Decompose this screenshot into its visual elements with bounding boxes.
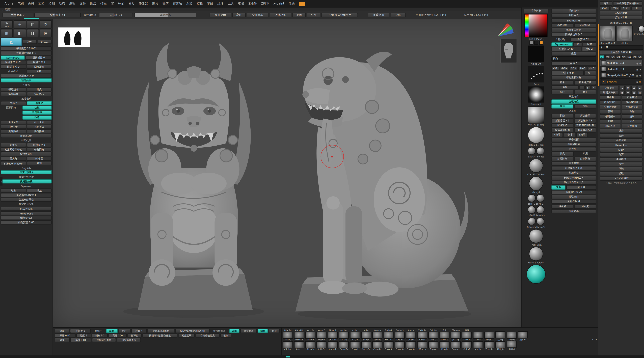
button[interactable]: ▥ [637,90,642,95]
slider[interactable]: 多边形绘制模式 1 [1,193,52,197]
redshift-attributes-button[interactable]: Redshift属性 [600,176,642,180]
slider[interactable]: 模糊 2 [582,47,596,51]
alpha-icon[interactable] [528,46,544,62]
button[interactable]: 自动分组 [1,124,26,129]
button[interactable]: ▣ [620,90,625,95]
button[interactable]: 删除更低 [552,14,596,18]
subtool-item[interactable]: shidiao01_011◉✱ [600,60,642,66]
store-camera-button[interactable]: 存储相机 [270,12,291,17]
matcap-icon[interactable] [528,106,544,123]
subtool-gear-icon[interactable]: ✱ [639,62,641,64]
button[interactable]: 按多边形组折边 [574,123,596,128]
material-sphere-icon[interactable] [536,194,544,202]
dots-icon[interactable] [528,66,544,82]
subtool-tab-v1[interactable]: V1 [600,55,605,59]
brush-item[interactable]: IMM Pri [282,329,293,331]
button[interactable]: y [585,85,590,90]
brush-item[interactable]: b_pincl [350,329,360,331]
subtool-tab-v5[interactable]: V5 [621,55,626,59]
button[interactable]: ▶ [637,86,642,90]
menu-item[interactable]: Alpha [2,1,16,6]
button[interactable]: 重置基准 [552,161,596,166]
subtool-tab-v7[interactable]: V7 [632,55,637,59]
slider[interactable]: 折边级别 15 [574,118,596,123]
brush-item[interactable]: IMM_Ra [495,341,506,350]
button[interactable]: 开 [631,6,642,10]
sphere-icon[interactable] [529,247,543,261]
material-sphere-icon[interactable] [536,206,544,214]
draw-size-slider[interactable]: 绘制大小 64 [34,12,81,17]
brush-item[interactable]: Dam_S [439,332,450,341]
button[interactable]: 取消全部折边 [552,128,574,132]
brush-item[interactable]: 交叉 [439,329,450,331]
menu-item[interactable]: 材质 [126,1,137,6]
button[interactable]: 大小 [574,90,596,94]
button[interactable]: 显示点 [574,204,596,208]
primitive-tool[interactable]: Cylinde Simple [634,26,644,35]
brush-item[interactable]: CurveBr [372,341,383,350]
menu-item[interactable]: 文件 [78,1,88,6]
button[interactable]: 删除其他 [600,124,621,128]
subtool-tab-v3[interactable]: V3 [611,55,616,59]
button[interactable]: 向下合并 [27,120,52,124]
brush-item[interactable]: ZRemes [450,329,461,331]
button[interactable]: 投射 [600,162,642,166]
subtool-item[interactable]: ▸SHIDIAO◉✱ [600,79,642,85]
brush-item[interactable]: Chisel [406,332,416,341]
button[interactable]: 冻结细分 [574,23,596,27]
menu-item[interactable]: 修改器 [137,1,150,6]
cavity-preview-sphere[interactable] [526,264,546,284]
split-right-icon[interactable]: ◨ [27,29,39,37]
subtool-gear-icon[interactable]: ✱ [639,68,641,70]
menu-item[interactable]: 模板 [194,1,205,6]
button[interactable]: 为遮罩添加圆角 [148,329,174,333]
matcap-thumb[interactable]: MatCap 灰-黑底 [528,106,544,126]
menu-item[interactable]: 变换 [236,1,246,6]
button[interactable]: 查看遮罩 [240,329,257,333]
slider[interactable]: M 容差 [27,156,52,161]
sphere-icon[interactable] [529,176,543,190]
brush-item[interactable]: JN_Dig [450,332,461,341]
brush-item[interactable]: Contras [450,341,461,350]
slider[interactable]: 焊接间距 1 [27,143,52,147]
menu-item[interactable]: 灯光 [98,1,109,6]
button[interactable]: 渐隐模式 [1,92,26,96]
button[interactable]: 统一 [584,71,596,75]
button[interactable]: 最低级细分 [600,100,621,104]
brush-item[interactable]: ScalesF [383,329,394,331]
button[interactable]: 折边全部 [574,114,596,118]
brush-item[interactable]: SelectL [294,341,304,350]
panel-collapse-arrow[interactable]: ◂ [0,177,2,186]
button[interactable]: 循环边 [128,333,142,338]
slider[interactable]: 厚度 0.01 [70,338,91,342]
button[interactable]: 对象 [1,188,26,193]
button[interactable]: 删除未选择的工具 [552,176,596,180]
button[interactable]: 取消自动折边 [574,128,596,132]
button[interactable]: 重建细分 [552,9,596,13]
button[interactable]: 创建副本 [600,114,621,119]
button[interactable]: 增强细节 [552,147,596,152]
button[interactable]: 由网格物体 [552,142,596,146]
menu-item[interactable]: 首选项 [171,1,184,6]
tool-preview-head[interactable] [500,39,517,63]
brush-item[interactable]: Orb_Sl [394,332,405,341]
menu-item[interactable]: x-paint [271,1,286,6]
menu-item[interactable]: 帮助 [286,1,297,6]
button[interactable]: 新建文件夹 [600,90,619,95]
slider[interactable]: 高度 100 [108,333,127,338]
button[interactable]: 冻结边框 [552,23,574,27]
slider[interactable]: 嵌入 0 [566,185,596,190]
button[interactable]: 拆分隐藏 [27,129,52,134]
material-thumb-xz[interactable]: xz8002 Fatmir's [527,206,545,217]
brush-item[interactable]: SliceCu [305,341,316,350]
button[interactable]: 模糊 [220,333,231,338]
brush-item[interactable]: Scribe [361,332,372,341]
brush-item[interactable]: Spiral [417,332,428,341]
xpose-button[interactable]: Xpose [38,40,52,44]
button[interactable]: 双面 [106,329,118,333]
material-sphere-icon[interactable] [528,194,536,202]
brush-item[interactable]: Anchor [338,329,349,331]
delete-camera-button[interactable]: 删除 [292,12,306,17]
button[interactable]: 合并 [600,133,642,138]
move-tool-icon[interactable]: ✛ [14,20,26,28]
